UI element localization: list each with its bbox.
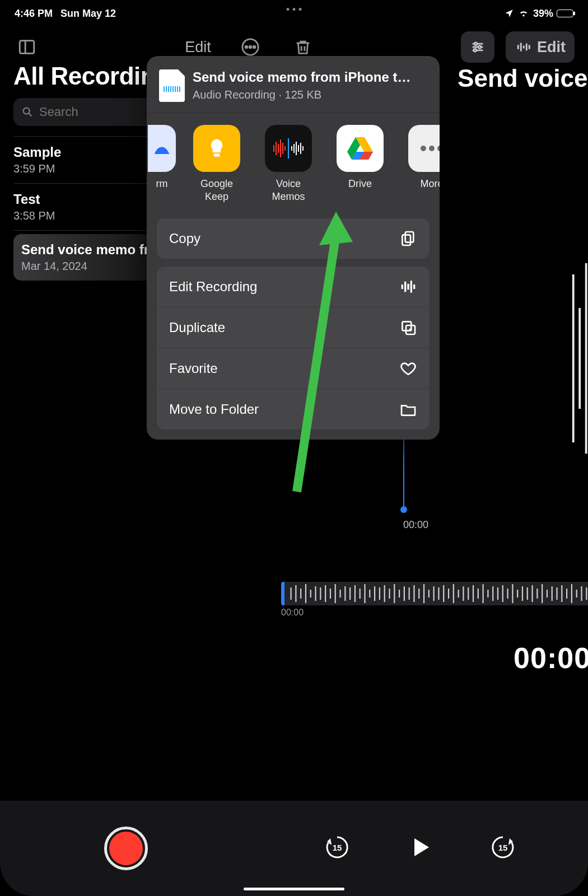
duplicate-icon xyxy=(399,319,417,337)
action-copy[interactable]: Copy xyxy=(157,218,430,259)
action-move-folder[interactable]: Move to Folder xyxy=(157,389,430,430)
action-label: Copy xyxy=(169,231,200,246)
copy-icon xyxy=(399,230,417,248)
action-duplicate[interactable]: Duplicate xyxy=(157,307,430,348)
svg-rect-74 xyxy=(214,153,220,157)
action-edit-recording[interactable]: Edit Recording xyxy=(157,267,430,307)
action-list-group: Edit Recording Duplicate Favorite Move t… xyxy=(157,267,430,430)
action-label: Edit Recording xyxy=(169,279,257,295)
action-favorite[interactable]: Favorite xyxy=(157,348,430,389)
share-target-google-keep[interactable]: Google Keep xyxy=(184,125,250,204)
action-label: Move to Folder xyxy=(169,402,259,417)
svg-point-94 xyxy=(437,146,440,151)
share-title: Send voice memo from iPhone t… xyxy=(193,69,410,85)
share-popover: Send voice memo from iPhone t… Audio Rec… xyxy=(147,56,440,440)
action-label: Favorite xyxy=(169,361,218,376)
share-target-partial[interactable]: rm xyxy=(147,125,178,204)
svg-rect-96 xyxy=(402,235,410,245)
share-subtitle: Audio Recording · 125 KB xyxy=(193,88,410,101)
heart-icon xyxy=(399,360,417,377)
waveform-icon xyxy=(399,278,417,296)
document-icon xyxy=(159,69,185,102)
action-copy-group: Copy xyxy=(157,218,430,259)
action-label: Duplicate xyxy=(169,320,225,335)
folder-icon xyxy=(399,400,417,418)
svg-point-93 xyxy=(429,146,435,151)
share-target-voice-memos[interactable]: Voice Memos xyxy=(255,125,321,204)
share-target-more[interactable]: More xyxy=(399,125,440,204)
share-target-drive[interactable]: Drive xyxy=(327,125,393,204)
share-targets-row[interactable]: rm Google Keep Voice Memos Drive More xyxy=(147,113,440,216)
share-header: Send voice memo from iPhone t… Audio Rec… xyxy=(147,56,440,112)
svg-rect-95 xyxy=(405,232,414,242)
svg-point-92 xyxy=(421,146,426,151)
